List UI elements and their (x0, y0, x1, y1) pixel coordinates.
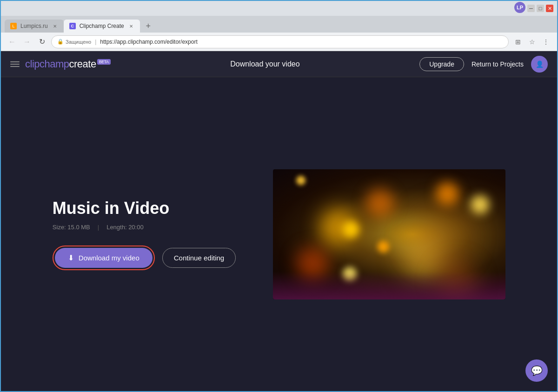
tab-clipchamp-close[interactable]: ✕ (128, 23, 134, 29)
hamburger-line-3 (10, 66, 20, 67)
menu-button[interactable]: ⋮ (540, 36, 551, 47)
bokeh-9 (378, 241, 389, 252)
address-input[interactable]: 🔒 Защищено | https://app.clipchamp.com/e… (51, 35, 509, 48)
user-avatar[interactable]: 👤 (531, 56, 548, 73)
hamburger-line-2 (10, 64, 20, 65)
bokeh-10 (412, 208, 468, 264)
maximize-button[interactable]: □ (537, 5, 544, 12)
chat-icon: 💬 (531, 365, 543, 376)
continue-editing-button[interactable]: Continue editing (162, 248, 236, 268)
bookmark-button[interactable]: ☆ (526, 36, 538, 47)
title-bar-controls: LP ─ □ ✕ (514, 2, 553, 15)
tab-clipchamp-label: Clipchamp Create (80, 23, 124, 29)
bokeh-8 (343, 221, 359, 238)
app-logo: clipchampcreateBETA (25, 58, 111, 70)
lock-icon: 🔒 (57, 39, 64, 45)
address-actions: ⊞ ☆ ⋮ (512, 36, 551, 47)
right-panel (273, 169, 505, 299)
bottom-haze (273, 272, 505, 299)
video-meta: Size: 15.0 MB | Length: 20:00 (53, 224, 236, 231)
tab-lumpics-label: Lumpics.ru (20, 23, 48, 29)
address-bar: ← → ↻ 🔒 Защищено | https://app.clipchamp… (1, 33, 557, 51)
browser-frame: LP ─ □ ✕ L Lumpics.ru ✕ C Clipchamp Crea… (0, 0, 558, 392)
tab-bar: L Lumpics.ru ✕ C Clipchamp Create ✕ + (1, 16, 557, 33)
meta-separator: | (98, 224, 99, 231)
return-button[interactable]: Return to Projects (472, 60, 524, 68)
header-center: Download your video (111, 60, 420, 68)
tab-lumpics-close[interactable]: ✕ (52, 23, 58, 29)
translate-button[interactable]: ⊞ (512, 36, 524, 47)
reload-button[interactable]: ↻ (36, 36, 47, 47)
bokeh-12 (296, 176, 306, 185)
minimize-button[interactable]: ─ (527, 5, 535, 12)
logo-clipchamp: clipchamp (25, 58, 69, 70)
hamburger-menu[interactable] (10, 61, 20, 67)
app-content: clipchampcreateBETA Download your video … (1, 51, 557, 391)
address-separator: | (95, 39, 96, 45)
address-text: https://app.clipchamp.com/editor/export (100, 39, 197, 45)
video-thumb-bg (273, 169, 505, 299)
video-thumbnail (273, 169, 505, 299)
download-btn-label: Download my video (79, 254, 140, 262)
header-title: Download your video (230, 60, 299, 68)
video-title: Music in Video (53, 199, 236, 218)
hamburger-line-1 (10, 61, 20, 62)
clipchamp-favicon: C (69, 23, 76, 29)
logo-beta: BETA (97, 59, 111, 65)
secure-label: Защищено (66, 39, 91, 45)
bokeh-2 (366, 189, 394, 217)
action-buttons: ⬇ Download my video Continue editing (53, 246, 236, 270)
new-tab-button[interactable]: + (142, 20, 155, 33)
tab-clipchamp[interactable]: C Clipchamp Create ✕ (64, 20, 140, 33)
download-button[interactable]: ⬇ Download my video (55, 248, 153, 268)
bokeh-4 (436, 182, 459, 206)
main-area: Music in Video Size: 15.0 MB | Length: 2… (1, 77, 557, 391)
chat-button[interactable]: 💬 (525, 359, 548, 382)
back-button[interactable]: ← (7, 36, 18, 47)
logo-create: create (69, 58, 96, 70)
lumpics-favicon: L (10, 23, 17, 29)
tab-lumpics[interactable]: L Lumpics.ru ✕ (5, 20, 64, 33)
download-btn-wrapper: ⬇ Download my video (53, 246, 155, 270)
video-length: Length: 20:00 (106, 224, 144, 231)
header-actions: Upgrade Return to Projects 👤 (419, 56, 548, 73)
download-icon: ⬇ (68, 253, 74, 262)
upgrade-button[interactable]: Upgrade (419, 57, 464, 71)
title-bar: LP ─ □ ✕ (1, 1, 557, 16)
close-button[interactable]: ✕ (546, 5, 553, 12)
video-size: Size: 15.0 MB (53, 224, 90, 231)
forward-button[interactable]: → (21, 36, 33, 47)
left-panel: Music in Video Size: 15.0 MB | Length: 2… (53, 199, 236, 270)
user-initials: LP (514, 2, 525, 13)
app-header: clipchampcreateBETA Download your video … (1, 51, 557, 77)
bokeh-6 (471, 195, 489, 214)
